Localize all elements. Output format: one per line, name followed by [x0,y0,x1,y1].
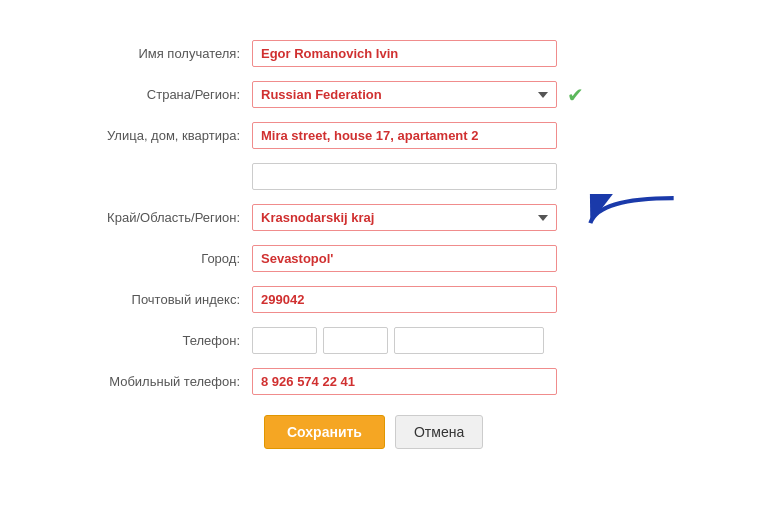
phone-input-1[interactable] [252,327,317,354]
checkmark-icon: ✔ [567,83,584,107]
country-label: Страна/Регион: [92,87,252,102]
region-select-wrapper: Krasnodarskij kraj [252,204,557,231]
city-label: Город: [92,251,252,266]
city-row: Город: [92,245,682,272]
phone-input-3[interactable] [394,327,544,354]
phone-label: Телефон: [92,333,252,348]
cancel-button[interactable]: Отмена [395,415,483,449]
country-row: Страна/Регион: Russian Federation ✔ [92,81,682,108]
region-label: Край/Область/Регион: [92,210,252,225]
recipient-row: Имя получателя: [92,40,682,67]
country-select-wrapper: Russian Federation [252,81,557,108]
postal-label: Почтовый индекс: [92,292,252,307]
postal-row: Почтовый индекс: [92,286,682,313]
arrow-container [582,194,682,247]
street2-input[interactable] [252,163,557,190]
country-select[interactable]: Russian Federation [252,81,557,108]
street-label: Улица, дом, квартира: [92,128,252,143]
buttons-row: Сохранить Отмена [92,415,682,449]
blue-arrow-icon [582,194,682,244]
region-row: Край/Область/Регион: Krasnodarskij kraj [92,204,682,231]
region-select[interactable]: Krasnodarskij kraj [252,204,557,231]
street-row: Улица, дом, квартира: [92,122,682,149]
recipient-input[interactable] [252,40,557,67]
postal-input[interactable] [252,286,557,313]
phone-inputs [252,327,544,354]
street2-row [92,163,682,190]
city-input[interactable] [252,245,557,272]
phone-input-2[interactable] [323,327,388,354]
mobile-row: Мобильный телефон: [92,368,682,395]
save-button[interactable]: Сохранить [264,415,385,449]
mobile-label: Мобильный телефон: [92,374,252,389]
address-form: Имя получателя: Страна/Регион: Russian F… [62,20,712,469]
recipient-label: Имя получателя: [92,46,252,61]
mobile-input[interactable] [252,368,557,395]
street-input[interactable] [252,122,557,149]
phone-row: Телефон: [92,327,682,354]
